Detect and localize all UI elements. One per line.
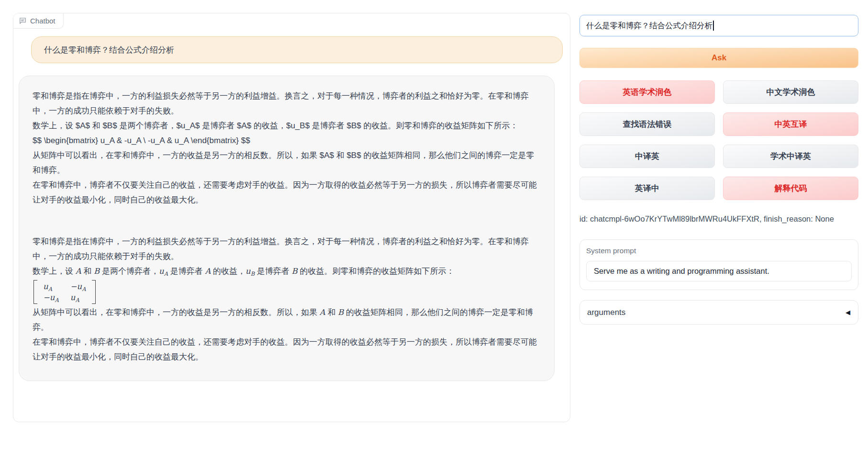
matrix-cell: uA [70, 292, 86, 303]
matrix-left-bracket [33, 280, 37, 304]
math-var: B [292, 267, 298, 276]
math-var: A [320, 308, 325, 317]
arguments-accordion-label: arguments [587, 308, 625, 317]
math-var: B [338, 308, 344, 317]
system-prompt-label: System prompt [586, 247, 852, 255]
bot-raw-paragraph-1: 零和博弈是指在博弈中，一方的利益损失必然等于另一方的利益增益。换言之，对于每一种… [33, 89, 541, 118]
bot-rendered-paragraph-1: 零和博弈是指在博弈中，一方的利益损失必然等于另一方的利益增益。换言之，对于每一种… [33, 234, 541, 264]
text-cursor [713, 21, 714, 31]
chatbot-panel-label: Chatbot [13, 13, 64, 29]
math-var: B [94, 267, 100, 276]
bot-rendered-math-line: 数学上，设 A 和 B 是两个博弈者，uA 是博弈者 A 的收益，uB 是博弈者… [33, 264, 541, 279]
accordion-collapse-icon: ◀ [846, 309, 850, 316]
button-zh-to-en[interactable]: 中译英 [579, 145, 715, 168]
ask-button[interactable]: Ask [579, 48, 858, 68]
chatbot-panel-label-text: Chatbot [30, 17, 56, 25]
button-en-to-zh[interactable]: 英译中 [579, 177, 715, 200]
bot-message-blank-gap [33, 207, 541, 234]
system-prompt-input[interactable]: Serve me as a writing and programming as… [586, 261, 852, 281]
matrix-cell: −uA [43, 292, 59, 303]
bot-rendered-paragraph-5: 在零和博弈中，博弈者不仅要关注自己的收益，还需要考虑对手的收益。因为一方取得的收… [33, 335, 541, 364]
math-var: uB [245, 267, 255, 276]
chat-user-message: 什么是零和博弈？结合公式介绍分析 [31, 36, 563, 63]
button-academic-zh-to-en[interactable]: 学术中译英 [723, 145, 858, 168]
question-input-value: 什么是零和博弈？结合公式介绍分析 [586, 21, 712, 31]
button-find-grammar-errors[interactable]: 查找语法错误 [579, 112, 715, 136]
matrix-right-bracket [92, 280, 96, 304]
matrix-cell: −uA [70, 281, 86, 292]
payoff-matrix: uA −uA −uA uA [33, 280, 96, 304]
response-status-line: id: chatcmpl-6wOo7KrYTwMl89lbrMWRu4UkFFX… [579, 214, 858, 224]
system-prompt-value: Serve me as a writing and programming as… [594, 267, 769, 276]
button-zh-en-mutual-translate[interactable]: 中英互译 [723, 112, 858, 136]
chat-user-message-text: 什么是零和博弈？结合公式介绍分析 [44, 45, 174, 56]
chatbot-panel: Chatbot 什么是零和博弈？结合公式介绍分析 零和博弈是指在博弈中，一方的利… [13, 13, 570, 422]
math-var: A [76, 267, 81, 276]
math-var: uA [159, 267, 168, 276]
button-explain-code[interactable]: 解释代码 [723, 177, 858, 200]
chat-bubble-icon [19, 17, 27, 25]
bot-rendered-paragraph-4: 从矩阵中可以看出，在零和博弈中，一方的收益是另一方的相反数。所以，如果 A 和 … [33, 305, 541, 335]
function-button-grid: 英语学术润色 中文学术润色 查找语法错误 中英互译 中译英 学术中译英 英译中 … [579, 80, 858, 200]
arguments-accordion-header[interactable]: arguments ◀ [579, 300, 858, 325]
chat-bot-message: 零和博弈是指在博弈中，一方的利益损失必然等于另一方的利益增益。换言之，对于每一种… [19, 76, 555, 381]
button-english-academic-polish[interactable]: 英语学术润色 [579, 80, 715, 104]
system-prompt-group: System prompt Serve me as a writing and … [579, 239, 858, 290]
composer-column: 什么是零和博弈？结合公式介绍分析 Ask 英语学术润色 中文学术润色 查找语法错… [579, 15, 858, 325]
bot-raw-paragraph-2: 数学上，设 $A$ 和 $B$ 是两个博弈者，$u_A$ 是博弈者 $A$ 的收… [33, 118, 541, 133]
page-title: ChatGPT 学术优化 [0, 0, 753, 2]
bot-raw-paragraph-4: 从矩阵中可以看出，在零和博弈中，一方的收益是另一方的相反数。所以，如果 $A$ … [33, 148, 541, 178]
matrix-cell: uA [43, 281, 59, 292]
bot-raw-paragraph-5: 在零和博弈中，博弈者不仅要关注自己的收益，还需要考虑对手的收益。因为一方取得的收… [33, 178, 541, 207]
math-var: A [205, 267, 211, 276]
question-input[interactable]: 什么是零和博弈？结合公式介绍分析 [579, 15, 858, 36]
button-chinese-academic-polish[interactable]: 中文学术润色 [723, 80, 858, 104]
bot-raw-formula: $$ \begin{bmatrix} u_A & -u_A \ -u_A & u… [33, 133, 541, 148]
